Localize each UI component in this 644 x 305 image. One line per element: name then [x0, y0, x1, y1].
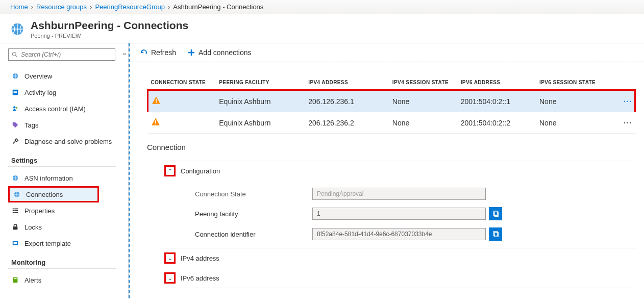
toolbar: Refresh Add connections — [130, 43, 644, 62]
table-header-row: CONNECTION STATE PEERING FACILITY IPV4 A… — [148, 75, 635, 90]
section-configuration[interactable]: ⌃ Configuration — [164, 161, 636, 181]
col-ipv6-session-state[interactable]: IPV6 SESSION STATE — [536, 75, 621, 90]
section-ipv4[interactable]: ⌄ IPv4 address — [164, 248, 636, 268]
sidebar-item-label: Connections — [26, 191, 63, 198]
chevron-up-icon[interactable]: ⌃ — [164, 165, 176, 176]
connections-table: CONNECTION STATE PEERING FACILITY IPV4 A… — [147, 75, 636, 134]
chevron-down-icon[interactable]: ⌄ — [164, 252, 176, 264]
svg-line-2 — [16, 56, 17, 57]
copy-button[interactable] — [489, 207, 502, 220]
cell-facility: Equinix Ashburn — [216, 90, 305, 112]
svg-rect-19 — [14, 242, 17, 244]
search-icon — [12, 52, 18, 58]
cell-facility: Equinix Ashburn — [216, 112, 305, 134]
refresh-label: Refresh — [151, 48, 176, 57]
lock-icon — [11, 223, 19, 231]
svg-point-7 — [13, 106, 15, 108]
page-header: AshburnPeering - Connections Peering - P… — [0, 14, 644, 43]
breadcrumb-resource-groups[interactable]: Resource groups — [36, 3, 87, 11]
cell-ipv4-state: None — [389, 112, 458, 134]
cell-ipv4: 206.126.236.1 — [305, 90, 389, 112]
divider — [8, 268, 116, 269]
refresh-button[interactable]: Refresh — [140, 48, 176, 57]
svg-rect-22 — [156, 99, 157, 102]
svg-rect-21 — [14, 278, 16, 279]
chevron-down-icon[interactable]: ⌄ — [164, 272, 176, 284]
col-connection-state[interactable]: CONNECTION STATE — [148, 75, 216, 90]
section-label: Configuration — [181, 167, 220, 175]
breadcrumb: Home › Resource groups › PeeringResource… — [0, 0, 644, 14]
cell-ipv4-state: None — [389, 90, 458, 112]
form-label: Connection State — [195, 190, 312, 198]
cell-ipv6-state: None — [536, 90, 621, 112]
copy-icon — [492, 210, 499, 217]
sidebar-item-label: ASN information — [24, 174, 73, 182]
sidebar-item-connections[interactable]: Connections — [8, 186, 99, 202]
svg-rect-24 — [155, 120, 156, 123]
col-peering-facility[interactable]: PEERING FACILITY — [216, 75, 305, 90]
sidebar-item-activity-log[interactable]: Activity log — [8, 84, 128, 100]
main-content: Refresh Add connections CONNECTION STATE… — [129, 43, 644, 298]
breadcrumb-current: AshburnPeering - Connections — [173, 3, 263, 11]
sidebar-search[interactable] — [8, 48, 115, 61]
add-connections-button[interactable]: Add connections — [187, 48, 252, 57]
col-ipv4-address[interactable]: IPV4 ADDRESS — [305, 75, 389, 90]
divider — [8, 166, 116, 167]
sidebar-item-tags[interactable]: Tags — [8, 117, 128, 133]
chevron-right-icon: › — [90, 3, 92, 11]
row-actions-icon[interactable]: ··· — [621, 90, 635, 112]
copy-icon — [492, 231, 499, 238]
properties-icon — [11, 207, 19, 215]
sidebar-item-asn[interactable]: ASN information — [8, 170, 128, 186]
svg-rect-6 — [14, 92, 17, 93]
sidebar-item-locks[interactable]: Locks — [8, 219, 128, 235]
page-title: AshburnPeering - Connections — [31, 19, 188, 32]
row-actions-icon[interactable]: ··· — [621, 112, 635, 134]
add-label: Add connections — [199, 48, 252, 57]
sidebar-item-label: Access control (IAM) — [24, 105, 86, 113]
cell-ipv4: 206.126.236.2 — [305, 112, 389, 134]
sidebar-item-properties[interactable]: Properties — [8, 202, 128, 219]
sidebar-section-monitoring: Monitoring — [11, 259, 128, 266]
people-icon — [11, 105, 19, 113]
collapse-sidebar-icon[interactable]: « — [123, 50, 126, 57]
globe-icon — [11, 174, 19, 182]
connection-identifier-input — [312, 228, 486, 240]
cell-ipv6: 2001:504:0:2::2 — [458, 112, 536, 134]
table-row[interactable]: Equinix Ashburn 206.126.236.2 None 2001:… — [148, 112, 635, 134]
field-peering-facility: Peering facility — [195, 207, 636, 220]
chevron-right-icon: › — [31, 3, 33, 11]
alert-icon — [11, 276, 19, 284]
sidebar-item-label: Locks — [24, 223, 42, 231]
svg-rect-15 — [13, 212, 14, 213]
connection-detail: Connection ⌃ Configuration Connection St… — [130, 134, 644, 288]
log-icon — [11, 88, 19, 96]
sidebar-item-overview[interactable]: Overview — [8, 68, 128, 84]
svg-rect-13 — [13, 210, 14, 211]
detail-heading: Connection — [147, 143, 636, 151]
sidebar-section-settings: Settings — [11, 157, 128, 164]
sidebar-item-label: Overview — [24, 72, 52, 80]
sidebar-item-iam[interactable]: Access control (IAM) — [8, 100, 128, 117]
peering-icon — [10, 22, 24, 36]
col-ipv4-session-state[interactable]: IPV4 SESSION STATE — [389, 75, 458, 90]
section-label: IPv4 address — [181, 255, 219, 262]
sidebar-item-diagnose[interactable]: Diagnose and solve problems — [8, 133, 128, 149]
refresh-icon — [140, 48, 148, 57]
col-ipv6-address[interactable]: IPV6 ADDRESS — [458, 75, 536, 90]
breadcrumb-group[interactable]: PeeringResourceGroup — [95, 3, 165, 11]
warning-icon — [152, 96, 161, 105]
breadcrumb-home[interactable]: Home — [10, 3, 28, 11]
section-ipv6[interactable]: ⌄ IPv6 address — [164, 268, 636, 288]
peering-facility-input — [312, 208, 486, 220]
search-input[interactable] — [21, 51, 112, 58]
tag-icon — [11, 121, 19, 129]
page-subtitle: Peering - PREVIEW — [31, 33, 188, 39]
copy-button[interactable] — [489, 227, 502, 241]
sidebar-item-export-template[interactable]: Export template — [8, 235, 128, 251]
connection-state-input — [312, 188, 486, 200]
table-row[interactable]: Equinix Ashburn 206.126.236.1 None 2001:… — [148, 90, 635, 112]
sidebar-item-alerts[interactable]: Alerts — [8, 272, 128, 288]
form-label: Connection identifier — [195, 231, 312, 238]
chevron-right-icon: › — [168, 3, 170, 11]
